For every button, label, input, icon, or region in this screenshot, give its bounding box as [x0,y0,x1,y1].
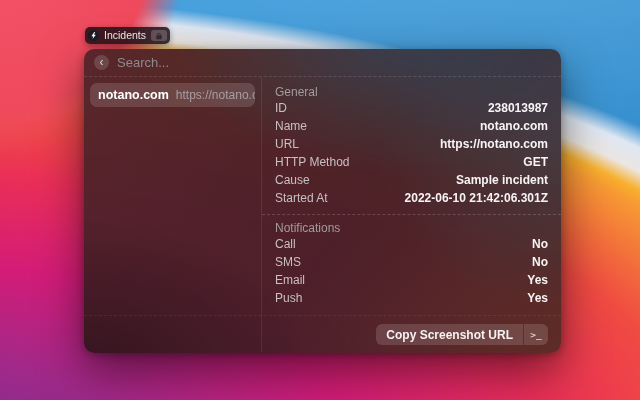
incidents-pill-label: Incidents [104,27,146,44]
incidents-pill[interactable]: Incidents [85,27,170,44]
field-value: https://notano.com [440,137,548,151]
field-label: HTTP Method [275,155,349,169]
field-value: 2022-06-10 21:42:06.301Z [405,191,548,205]
detail-row-started-at: Started At 2022-06-10 21:42:06.301Z [275,191,548,209]
search-bar: ‹ [84,49,561,77]
field-label: Push [275,291,302,305]
field-label: Cause [275,173,310,187]
field-value: Sample incident [456,173,548,187]
copy-button-label: Copy Screenshot URL [376,324,523,345]
detail-row-cause: Cause Sample incident [275,173,548,191]
field-value: Yes [527,291,548,305]
field-label: Started At [275,191,328,205]
back-button[interactable]: ‹ [94,55,109,70]
section-divider [262,214,561,215]
field-label: ID [275,101,287,115]
field-label: SMS [275,255,301,269]
field-value: 238013987 [488,101,548,115]
detail-panel: General ID 238013987 Name notano.com URL… [262,77,561,352]
window-body: notano.com https://notano.com General ID… [84,77,561,352]
field-label: URL [275,137,299,151]
detail-row-url: URL https://notano.com [275,137,548,155]
detail-row-call: Call No [275,237,548,255]
field-value: Yes [527,273,548,287]
copy-screenshot-url-button[interactable]: Copy Screenshot URL >_ [376,324,548,345]
sidebar: notano.com https://notano.com [84,77,262,352]
search-input[interactable] [117,55,551,70]
detail-row-http-method: HTTP Method GET [275,155,548,173]
detail-row-id: ID 238013987 [275,101,548,119]
field-value: No [532,237,548,251]
section-title-general: General [275,83,548,101]
chevron-left-icon: ‹ [100,56,104,68]
list-item-notano[interactable]: notano.com https://notano.com [90,83,255,107]
field-value: No [532,255,548,269]
field-label: Email [275,273,305,287]
detail-row-push: Push Yes [275,291,548,309]
detail-row-email: Email Yes [275,273,548,291]
terminal-prompt-icon: >_ [523,324,548,345]
detail-row-sms: SMS No [275,255,548,273]
field-value: GET [523,155,548,169]
app-window: ‹ notano.com https://notano.com General … [84,49,561,353]
section-title-notifications: Notifications [275,219,548,237]
monitor-name: notano.com [98,88,169,102]
field-label: Call [275,237,296,251]
lock-icon[interactable] [151,30,167,41]
action-footer: Copy Screenshot URL >_ [84,315,561,353]
field-label: Name [275,119,307,133]
monitor-url: https://notano.com [176,88,255,102]
bolt-icon [88,30,99,41]
field-value: notano.com [480,119,548,133]
detail-row-name: Name notano.com [275,119,548,137]
